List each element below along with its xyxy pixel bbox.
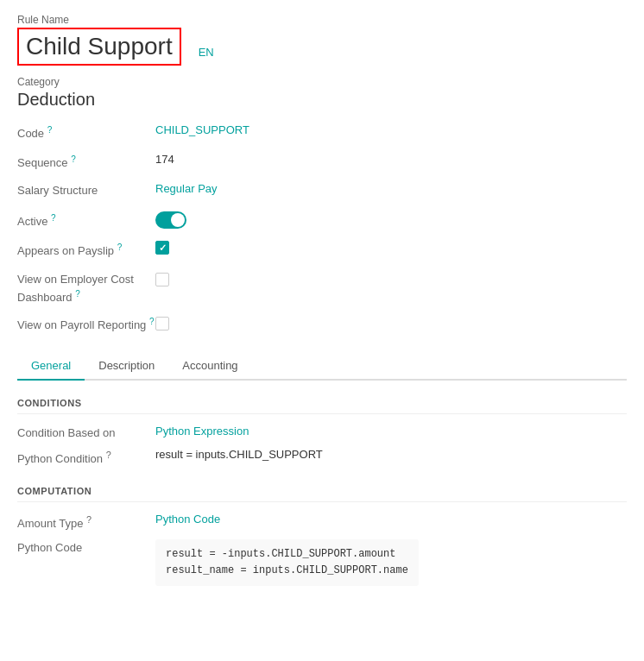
amount-type-value[interactable]: Python Code	[155, 513, 220, 526]
python-condition-value: result = inputs.CHILD_SUPPORT	[155, 448, 323, 461]
conditions-header: CONDITIONS	[17, 398, 627, 414]
python-code-row: Python Code result = -inputs.CHILD_SUPPO…	[17, 539, 627, 586]
rule-name-value: Child Support	[17, 28, 181, 66]
employer-cost-label: View on Employer Cost Dashboard ?	[17, 270, 155, 305]
sequence-value: 174	[155, 153, 174, 166]
active-toggle[interactable]	[155, 211, 186, 229]
category-label: Category	[17, 76, 627, 88]
tab-description[interactable]: Description	[85, 352, 168, 381]
appears-on-payslip-label: Appears on Payslip ?	[17, 241, 155, 257]
python-code-block: result = -inputs.CHILD_SUPPORT.amount re…	[155, 539, 419, 586]
salary-structure-value[interactable]: Regular Pay	[155, 182, 218, 195]
condition-based-on-row: Condition Based on Python Expression	[17, 425, 627, 439]
payroll-reporting-checkbox[interactable]	[155, 317, 169, 330]
condition-based-on-value[interactable]: Python Expression	[155, 425, 249, 438]
language-badge[interactable]: EN	[199, 46, 214, 59]
salary-structure-field-row: Salary Structure Regular Pay	[17, 182, 627, 203]
active-field-row: Active ?	[17, 211, 627, 232]
python-condition-row: Python Condition ? result = inputs.CHILD…	[17, 448, 627, 465]
computation-header: COMPUTATION	[17, 486, 627, 502]
appears-on-payslip-checkbox[interactable]	[155, 241, 169, 255]
computation-section: COMPUTATION Amount Type ? Python Code Py…	[17, 486, 627, 586]
payroll-reporting-label: View on Payroll Reporting ?	[17, 314, 155, 334]
salary-structure-label: Salary Structure	[17, 182, 155, 197]
category-value: Deduction	[17, 90, 627, 110]
python-condition-label: Python Condition ?	[17, 448, 155, 465]
tab-bar: General Description Accounting	[17, 352, 627, 381]
python-code-line-2: result_name = inputs.CHILD_SUPPORT.name	[166, 563, 408, 579]
sequence-label: Sequence ?	[17, 153, 155, 169]
sequence-field-row: Sequence ? 174	[17, 153, 627, 173]
appears-on-payslip-field-row: Appears on Payslip ?	[17, 241, 627, 261]
code-value[interactable]: CHILD_SUPPORT	[155, 123, 249, 136]
condition-based-on-label: Condition Based on	[17, 425, 155, 439]
tab-accounting[interactable]: Accounting	[168, 352, 251, 381]
amount-type-label: Amount Type ?	[17, 513, 155, 530]
amount-type-row: Amount Type ? Python Code	[17, 513, 627, 530]
tab-general[interactable]: General	[17, 352, 85, 381]
conditions-section: CONDITIONS Condition Based on Python Exp…	[17, 398, 627, 465]
rule-name-label: Rule Name	[17, 14, 214, 26]
payroll-reporting-field-row: View on Payroll Reporting ?	[17, 314, 627, 335]
active-label: Active ?	[17, 211, 155, 228]
employer-cost-field-row: View on Employer Cost Dashboard ?	[17, 270, 627, 305]
employer-cost-checkbox[interactable]	[155, 273, 169, 286]
python-code-label: Python Code	[17, 539, 155, 554]
python-code-line-1: result = -inputs.CHILD_SUPPORT.amount	[166, 546, 408, 563]
code-label: Code ?	[17, 123, 155, 140]
code-field-row: Code ? CHILD_SUPPORT	[17, 123, 627, 144]
